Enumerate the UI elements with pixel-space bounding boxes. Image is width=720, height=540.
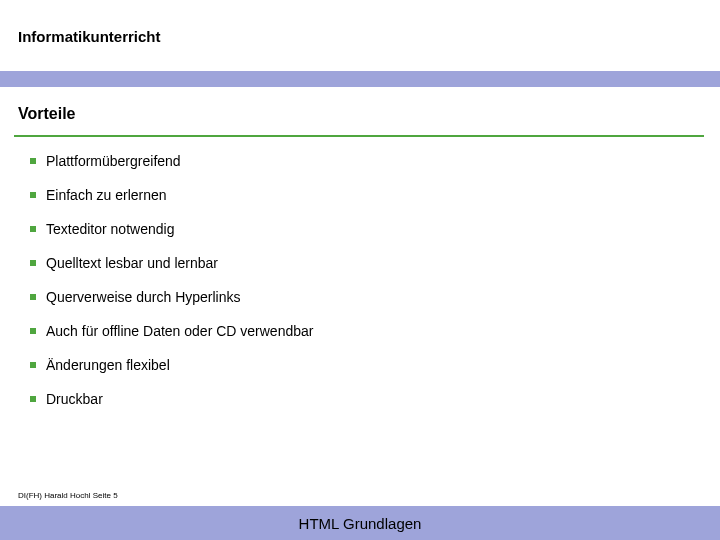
bullet-list: Plattformübergreifend Einfach zu erlerne… [0,137,720,407]
footer-credit: DI(FH) Harald Hochl Seite 5 [18,491,118,500]
list-item: Plattformübergreifend [30,153,702,169]
bullet-icon [30,260,36,266]
list-item-text: Einfach zu erlernen [46,187,167,203]
bullet-icon [30,226,36,232]
slide-header: Informatikunterricht [0,0,720,55]
list-item-text: Auch für offline Daten oder CD verwendba… [46,323,313,339]
bullet-icon [30,362,36,368]
header-divider [0,71,720,87]
bullet-icon [30,192,36,198]
list-item-text: Plattformübergreifend [46,153,181,169]
list-item: Druckbar [30,391,702,407]
list-item: Querverweise durch Hyperlinks [30,289,702,305]
list-item: Quelltext lesbar und lernbar [30,255,702,271]
list-item: Texteditor notwendig [30,221,702,237]
list-item: Einfach zu erlernen [30,187,702,203]
footer-bar-text: HTML Grundlagen [299,515,422,532]
bullet-icon [30,396,36,402]
list-item-text: Texteditor notwendig [46,221,174,237]
section-title: Vorteile [0,87,720,135]
list-item-text: Quelltext lesbar und lernbar [46,255,218,271]
bullet-icon [30,294,36,300]
footer-bar: HTML Grundlagen [0,506,720,540]
bullet-icon [30,328,36,334]
header-title: Informatikunterricht [18,28,702,45]
list-item: Auch für offline Daten oder CD verwendba… [30,323,702,339]
list-item-text: Änderungen flexibel [46,357,170,373]
bullet-icon [30,158,36,164]
list-item: Änderungen flexibel [30,357,702,373]
list-item-text: Querverweise durch Hyperlinks [46,289,241,305]
slide: Informatikunterricht Vorteile Plattformü… [0,0,720,540]
list-item-text: Druckbar [46,391,103,407]
